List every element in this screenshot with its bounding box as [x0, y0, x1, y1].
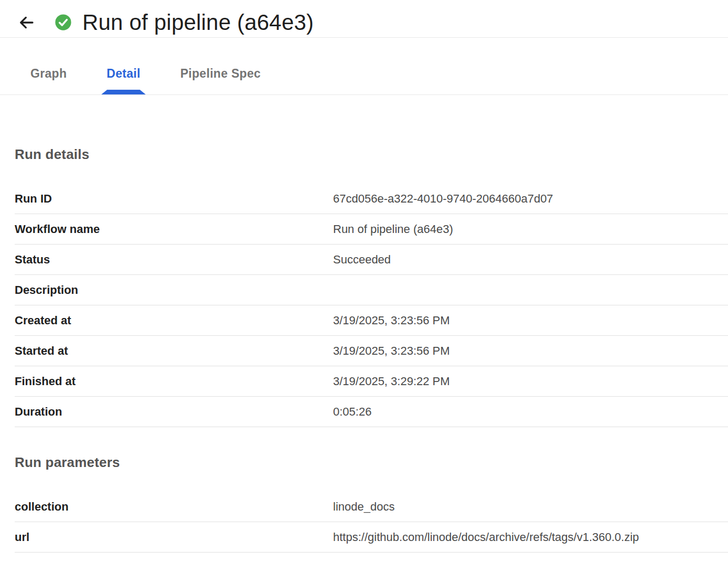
tab-graph-label: Graph	[30, 67, 67, 80]
table-row-description: Description	[15, 275, 728, 305]
row-label: Workflow name	[15, 222, 333, 236]
back-button[interactable]	[17, 14, 35, 31]
row-value: Succeeded	[333, 253, 391, 267]
run-header: Run of pipeline (a64e3)	[0, 0, 728, 38]
tab-detail[interactable]: Detail	[91, 67, 156, 94]
row-label: Finished at	[15, 375, 333, 388]
arrow-left-icon	[18, 14, 35, 31]
table-row-workflow-name: Workflow name Run of pipeline (a64e3)	[15, 214, 728, 245]
row-value: https://github.com/linode/docs/archive/r…	[333, 530, 639, 544]
row-label: collection	[15, 500, 333, 514]
row-value: linode_docs	[333, 500, 394, 514]
table-row-status: Status Succeeded	[15, 245, 728, 275]
active-tab-indicator	[101, 90, 145, 94]
tab-pipeline-spec-label: Pipeline Spec	[180, 67, 261, 80]
row-value: 3/19/2025, 3:23:56 PM	[333, 314, 450, 327]
status-succeeded-icon	[55, 14, 72, 31]
row-label: Run ID	[15, 192, 333, 206]
table-row-finished-at: Finished at 3/19/2025, 3:29:22 PM	[15, 366, 728, 397]
row-value: 67cd056e-a322-4010-9740-2064660a7d07	[333, 192, 553, 206]
tab-bar: Graph Detail Pipeline Spec	[0, 38, 728, 95]
tab-pipeline-spec[interactable]: Pipeline Spec	[165, 67, 276, 94]
row-value: 3/19/2025, 3:23:56 PM	[333, 344, 450, 358]
tab-detail-label: Detail	[106, 67, 140, 80]
row-label: Created at	[15, 314, 333, 327]
table-row-started-at: Started at 3/19/2025, 3:23:56 PM	[15, 336, 728, 366]
run-parameters-heading: Run parameters	[15, 427, 728, 471]
tab-graph[interactable]: Graph	[15, 67, 82, 94]
row-label: Duration	[15, 405, 333, 419]
row-value: Run of pipeline (a64e3)	[333, 222, 453, 236]
row-label: Description	[15, 283, 333, 297]
row-label: Status	[15, 253, 333, 267]
row-label: url	[15, 530, 333, 544]
table-row-run-id: Run ID 67cd056e-a322-4010-9740-2064660a7…	[15, 184, 728, 214]
run-detail-content: Run details Run ID 67cd056e-a322-4010-97…	[0, 95, 728, 553]
table-row-duration: Duration 0:05:26	[15, 397, 728, 427]
table-row-url: url https://github.com/linode/docs/archi…	[15, 522, 728, 553]
row-value: 0:05:26	[333, 405, 371, 419]
row-value: 3/19/2025, 3:29:22 PM	[333, 375, 450, 388]
row-label: Started at	[15, 344, 333, 358]
run-parameters-table: collection linode_docs url https://githu…	[15, 492, 728, 553]
run-details-heading: Run details	[15, 95, 728, 163]
table-row-collection: collection linode_docs	[15, 492, 728, 522]
run-details-table: Run ID 67cd056e-a322-4010-9740-2064660a7…	[15, 184, 728, 427]
page-title: Run of pipeline (a64e3)	[82, 10, 314, 35]
table-row-created-at: Created at 3/19/2025, 3:23:56 PM	[15, 305, 728, 336]
